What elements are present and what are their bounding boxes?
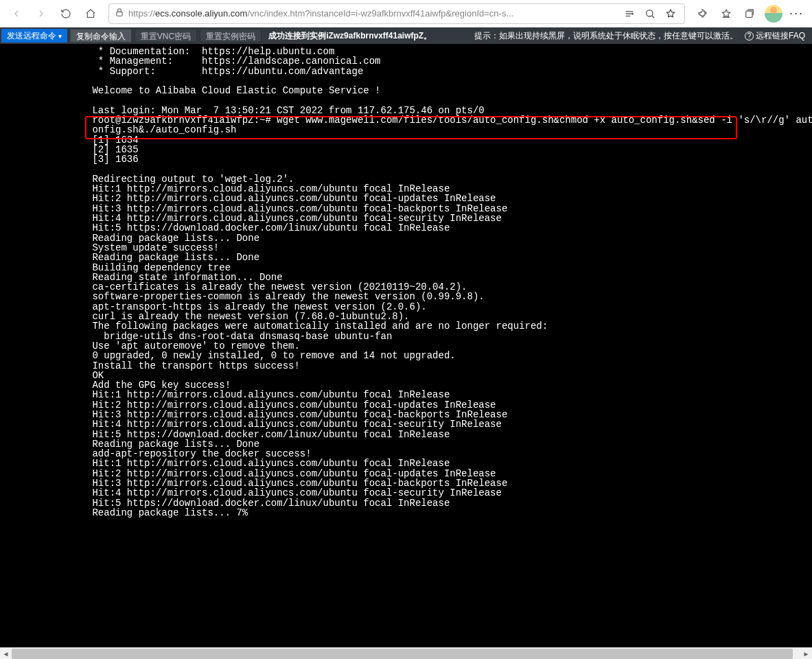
reset-instance-pwd-button[interactable]: 重置实例密码 xyxy=(200,29,262,43)
url-text: https://ecs.console.aliyun.com/vnc/index… xyxy=(128,8,617,19)
connection-status: 成功连接到实例iZwz9afkbrnvxff41aiwfpZ。 xyxy=(268,30,432,42)
lock-icon xyxy=(115,8,124,20)
home-button[interactable] xyxy=(80,3,102,25)
browser-right-icons: ··· xyxy=(692,3,807,25)
reader-icon[interactable] xyxy=(621,5,638,22)
send-remote-cmd-button[interactable]: 发送远程命令 xyxy=(1,29,67,43)
favorite-icon[interactable] xyxy=(662,5,679,22)
svg-rect-2 xyxy=(746,11,752,17)
more-menu-icon[interactable]: ··· xyxy=(787,6,807,21)
svg-point-1 xyxy=(647,10,653,16)
faq-link[interactable]: ? 远程链接FAQ xyxy=(745,30,805,42)
hint-text: 提示：如果出现持续黑屏，说明系统处于休眠状态，按任意键可以激活。 xyxy=(474,30,738,42)
zoom-icon[interactable] xyxy=(642,5,658,22)
refresh-button[interactable] xyxy=(55,3,77,25)
vnc-toolbar: 发送远程命令 复制命令输入 重置VNC密码 重置实例密码 成功连接到实例iZwz… xyxy=(0,27,812,44)
extensions-icon[interactable] xyxy=(692,3,714,25)
terminal-output: * Documentation: https://help.ubuntu.com… xyxy=(0,44,812,518)
svg-rect-0 xyxy=(117,12,122,16)
reset-vnc-pwd-button[interactable]: 重置VNC密码 xyxy=(135,29,197,43)
copy-cmd-input-button[interactable]: 复制命令输入 xyxy=(70,29,132,43)
forward-button[interactable] xyxy=(30,3,52,25)
horizontal-scrollbar[interactable]: ◄ ► xyxy=(0,647,812,659)
scroll-right-arrow[interactable]: ► xyxy=(800,650,812,658)
scroll-left-arrow[interactable]: ◄ xyxy=(0,650,12,658)
scroll-track[interactable] xyxy=(12,648,800,660)
favorites-list-icon[interactable] xyxy=(715,3,737,25)
address-bar[interactable]: https://ecs.console.aliyun.com/vnc/index… xyxy=(108,3,685,24)
avatar[interactable] xyxy=(765,5,782,23)
help-icon: ? xyxy=(745,32,754,41)
terminal[interactable]: * Documentation: https://help.ubuntu.com… xyxy=(0,44,812,647)
scroll-thumb[interactable] xyxy=(12,649,793,659)
back-button[interactable] xyxy=(5,3,27,25)
browser-toolbar: https://ecs.console.aliyun.com/vnc/index… xyxy=(0,0,812,27)
collections-icon[interactable] xyxy=(739,3,761,25)
